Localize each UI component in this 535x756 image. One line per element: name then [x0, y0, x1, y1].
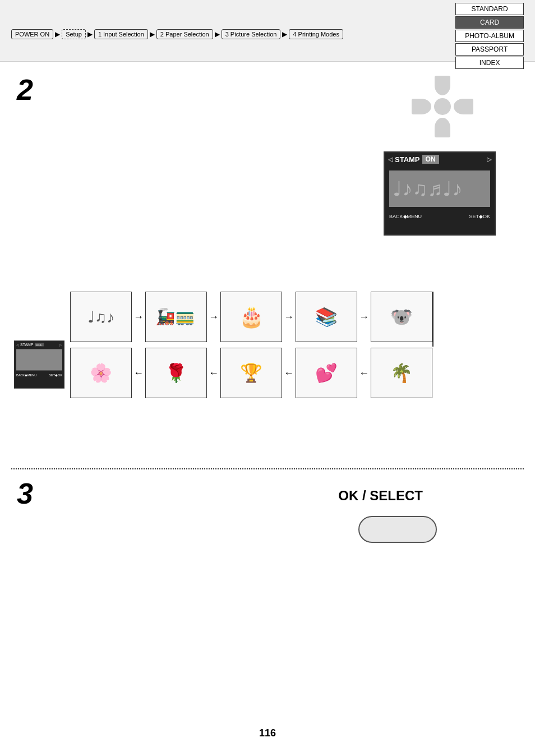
stamp-cell-bear[interactable]: 🐨	[371, 292, 432, 342]
arrow-5: ▶	[282, 30, 287, 38]
breadcrumb-setup-label: Setup	[62, 29, 86, 39]
bear-icon: 🐨	[390, 306, 413, 328]
breadcrumb-poweron-label: POWER ON	[11, 29, 53, 39]
palm-icon: 🌴	[390, 362, 413, 384]
step-3-number: 3	[17, 477, 33, 510]
dpad-down[interactable]	[435, 118, 450, 137]
globe-icon: 📚	[315, 306, 338, 328]
arrow-trophy-hearts: ←	[284, 367, 294, 379]
arrow-train-candles: →	[209, 311, 219, 323]
stamp-cell-palm[interactable]: 🌴	[371, 348, 432, 398]
stamps-area: ◁ STAMP OFF ▷ BACK◆MENU SET◆OK ♩♫♪ → 🚂🚃 …	[0, 280, 535, 449]
menu-index[interactable]: INDEX	[455, 57, 524, 69]
flowers2-icon: 🌸	[90, 362, 112, 384]
page-number: 116	[259, 727, 276, 739]
screen-title: STAMP	[395, 155, 420, 164]
dpad-center	[434, 98, 451, 115]
mini-back-label: BACK◆MENU	[16, 374, 36, 377]
ok-select-button[interactable]	[358, 516, 437, 543]
step-2-number: 2	[17, 73, 33, 107]
dotted-separator	[11, 468, 524, 469]
hearts-icon: 💕	[315, 362, 338, 384]
dpad-right[interactable]	[454, 99, 473, 114]
right-menu: STANDARD CARD PHOTO-ALBUM PASSPORT INDEX	[455, 3, 524, 69]
screen-set-label: SET◆OK	[469, 214, 490, 219]
breadcrumb: POWER ON ▶ Setup ▶ 1 Input Selection ▶ 2…	[11, 29, 343, 39]
mini-left-arrow: ◁	[16, 343, 19, 347]
breadcrumb-paper: 2 Paper Selection	[156, 29, 213, 39]
dpad-container	[412, 76, 473, 137]
breadcrumb-picture: 3 Picture Selection	[222, 29, 281, 39]
screen-right-arrow: ▷	[487, 156, 491, 163]
breadcrumb-printing: 4 Printing Modes	[289, 29, 343, 39]
svg-text:🚂🚃: 🚂🚃	[155, 307, 195, 326]
menu-standard[interactable]: STANDARD	[455, 3, 524, 15]
menu-photoalbum[interactable]: PHOTO-ALBUM	[455, 30, 524, 42]
breadcrumb-input: 1 Input Selection	[94, 29, 148, 39]
arrow-1: ▶	[55, 30, 60, 38]
arrow-3: ▶	[150, 30, 155, 38]
trophy-icon: 🏆	[240, 362, 262, 384]
breadcrumb-paper-label: 2 Paper Selection	[156, 29, 213, 39]
stamp-bottom-row: 🌴 ← 💕 ← 🏆 ← 🌹 ← 🌸	[70, 348, 432, 398]
breadcrumb-poweron: POWER ON	[11, 29, 53, 39]
mini-stamp-title: STAMP	[20, 343, 34, 347]
screen-back-label: BACK◆MENU	[389, 214, 422, 219]
stamp-cell-hearts[interactable]: 💕	[296, 348, 357, 398]
music-icon: ♩♫♪	[87, 308, 114, 326]
arrow-roses-trophy: ←	[209, 367, 219, 379]
right-connector-line	[432, 292, 433, 347]
mini-screen-content	[16, 349, 62, 371]
arrow-globe-bear: →	[359, 311, 369, 323]
stamp-mini-screen: ◁ STAMP OFF ▷ BACK◆MENU SET◆OK	[14, 341, 64, 389]
ok-select-label: OK / SELECT	[338, 488, 423, 504]
screen-status: ON	[422, 155, 439, 164]
screen-stamp-preview: ♩♪♫♬♩♪	[389, 170, 490, 206]
stamp-top-row: ♩♫♪ → 🚂🚃 → 🎂 → 📚 → 🐨	[70, 292, 432, 342]
stamp-cell-globe[interactable]: 📚	[296, 292, 357, 342]
breadcrumb-printing-label: 4 Printing Modes	[289, 29, 343, 39]
train-icon: 🚂🚃	[153, 297, 200, 336]
menu-passport[interactable]: PASSPORT	[455, 43, 524, 56]
screen-content: ♩♪♫♬♩♪	[389, 170, 490, 207]
stamp-cell-train[interactable]: 🚂🚃	[145, 292, 207, 342]
candles-icon: 🎂	[239, 305, 264, 329]
mini-set-label: SET◆OK	[49, 374, 62, 377]
mini-right-arrow: ▷	[59, 343, 62, 347]
arrow-flowers2-roses: ←	[133, 367, 144, 379]
stamp-cell-candles[interactable]: 🎂	[220, 292, 282, 342]
arrow-2: ▶	[87, 30, 93, 38]
svg-text:♩♪♫♬♩♪: ♩♪♫♬♩♪	[393, 177, 462, 200]
arrow-hearts-palm: ←	[359, 367, 369, 379]
screen-left-arrow: ◁	[388, 156, 393, 163]
arrow-4: ▶	[215, 30, 220, 38]
breadcrumb-setup: Setup	[62, 29, 86, 39]
screen-footer: BACK◆MENU SET◆OK	[385, 211, 495, 222]
mini-screen-footer: BACK◆MENU SET◆OK	[15, 372, 64, 378]
menu-card[interactable]: CARD	[455, 16, 524, 29]
stamp-screen: ◁ STAMP ON ▷ ♩♪♫♬♩♪ BACK◆MENU SET◆OK	[384, 151, 496, 236]
stamp-cell-trophy[interactable]: 🏆	[220, 348, 282, 398]
dpad-left[interactable]	[412, 99, 431, 114]
arrow-candles-globe: →	[284, 311, 294, 323]
arrow-music-train: →	[133, 311, 144, 323]
dpad-up[interactable]	[435, 76, 450, 95]
mini-stamp-status: OFF	[35, 343, 44, 346]
breadcrumb-input-label: 1 Input Selection	[94, 29, 148, 39]
screen-header: ◁ STAMP ON ▷	[385, 153, 495, 166]
stamp-mini-header: ◁ STAMP OFF ▷	[15, 342, 64, 348]
stamp-cell-roses[interactable]: 🌹	[145, 348, 207, 398]
stamp-cell-music[interactable]: ♩♫♪	[70, 292, 132, 342]
roses-icon: 🌹	[165, 362, 187, 384]
breadcrumb-picture-label: 3 Picture Selection	[222, 29, 281, 39]
stamp-cell-flowers2[interactable]: 🌸	[70, 348, 132, 398]
dpad[interactable]	[412, 76, 473, 137]
top-bar: POWER ON ▶ Setup ▶ 1 Input Selection ▶ 2…	[0, 0, 535, 62]
